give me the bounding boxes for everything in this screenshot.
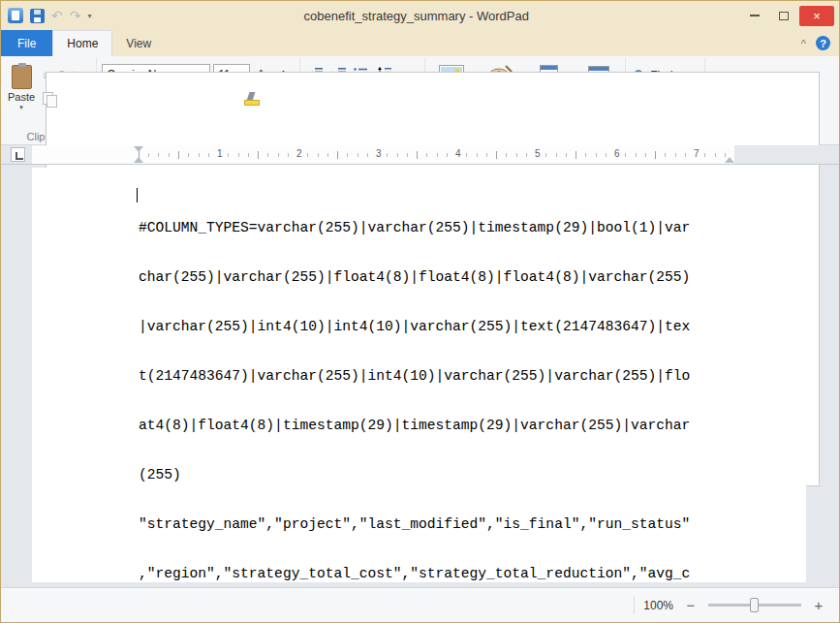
minimize-icon [750, 15, 760, 16]
zoom-slider[interactable] [708, 604, 801, 607]
document-line: |varchar(255)|int4(10)|int4(10)|varchar(… [139, 319, 806, 335]
statusbar-separator [634, 597, 635, 614]
ribbon-tab-row: File Home View ^ ? [1, 30, 839, 56]
collapse-ribbon-icon[interactable]: ^ [801, 38, 806, 49]
ruler-number: 2 [295, 148, 304, 159]
window-title: cobenefit_strategy_summary - WordPad [91, 9, 741, 23]
ribbon: Paste ▾ ✂ Cut Copy Clipboard [1, 56, 839, 145]
maximize-button[interactable] [770, 6, 797, 26]
wordpad-window: ↶ ↷ ▾ cobenefit_strategy_summary - WordP… [0, 0, 840, 623]
wordpad-app-icon[interactable] [8, 8, 23, 23]
ruler-number: 3 [374, 148, 384, 159]
tab-stop-selector[interactable] [11, 147, 25, 162]
quick-access-toolbar: ↶ ↷ ▾ [8, 8, 91, 23]
zoom-out-button[interactable]: − [682, 597, 700, 613]
ribbon-tab-right: ^ ? [801, 30, 839, 56]
close-button[interactable]: × [799, 6, 834, 26]
paste-dropdown-icon: ▾ [19, 105, 23, 110]
ruler-number: 6 [612, 148, 622, 159]
clipboard-group: Paste ▾ ✂ Cut Copy Clipboard [3, 58, 97, 144]
tab-file[interactable]: File [1, 30, 52, 56]
copy-icon [43, 92, 56, 106]
help-icon[interactable]: ? [816, 36, 830, 50]
redo-icon: ↷ [70, 9, 81, 22]
document-line: t(2147483647)|varchar(255)|int4(10)|varc… [139, 368, 806, 385]
ruler-number: 7 [692, 148, 701, 159]
ruler-number: 5 [533, 148, 543, 159]
document-line: at4(8)|float4(8)|timestamp(29)|timestamp… [139, 418, 806, 434]
ruler-number: 4 [453, 148, 463, 159]
document-line: "strategy_name","project","last_modified… [139, 516, 806, 533]
highlight-icon [244, 92, 258, 106]
paste-icon [11, 63, 33, 89]
paste-label: Paste [8, 91, 35, 103]
zoom-slider-thumb[interactable] [750, 598, 759, 612]
minimize-button[interactable] [741, 6, 768, 26]
undo-icon: ↶ [51, 9, 63, 22]
window-controls: × [741, 6, 839, 26]
text-caret [137, 188, 138, 202]
ruler-number: 1 [215, 148, 225, 159]
right-indent-marker[interactable] [725, 157, 734, 163]
status-bar: 100% − + [1, 587, 839, 622]
document-page: #COLUMN_TYPES=varchar(255)|varchar(255)|… [32, 168, 806, 582]
paste-button[interactable]: Paste ▾ [8, 60, 35, 128]
document-line: ,"region","strategy_total_cost","strateg… [139, 566, 806, 582]
maximize-icon [779, 12, 789, 20]
tab-view[interactable]: View [112, 30, 165, 56]
document-area: #COLUMN_TYPES=varchar(255)|varchar(255)|… [1, 165, 839, 587]
document-line: char(255)|varchar(255)|float4(8)|float4(… [139, 269, 806, 286]
save-icon[interactable] [30, 9, 45, 23]
document-line: #COLUMN_TYPES=varchar(255)|varchar(255)|… [139, 220, 806, 236]
title-bar: ↶ ↷ ▾ cobenefit_strategy_summary - WordP… [1, 1, 839, 30]
ruler-track: 1 2 3 4 5 6 7 [32, 145, 734, 164]
document-line: (255) [139, 467, 806, 483]
zoom-level: 100% [643, 599, 673, 612]
document-text[interactable]: #COLUMN_TYPES=varchar(255)|varchar(255)|… [32, 168, 806, 587]
hanging-indent-marker[interactable] [134, 157, 143, 163]
close-icon: × [813, 9, 821, 23]
first-line-indent-marker[interactable] [134, 146, 143, 152]
tab-home[interactable]: Home [52, 30, 112, 56]
zoom-in-button[interactable]: + [810, 597, 827, 613]
ruler: 1 2 3 4 5 6 7 [1, 145, 839, 165]
